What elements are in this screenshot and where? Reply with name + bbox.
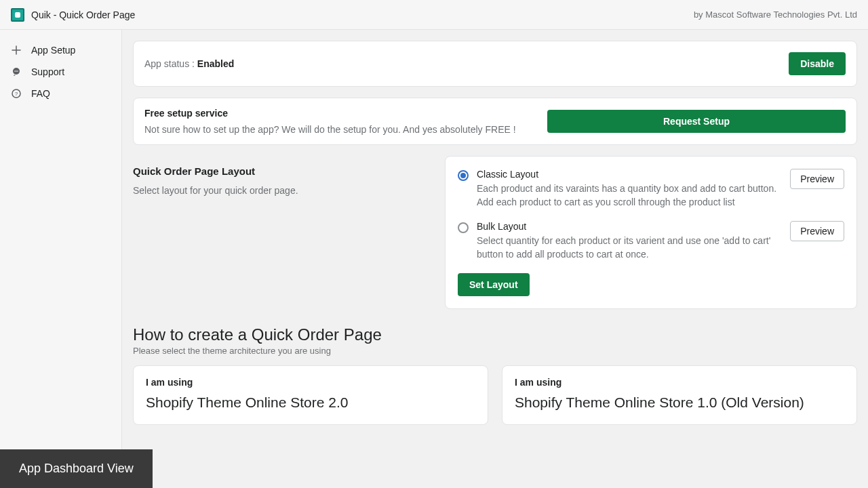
setup-service-title: Free setup service (144, 108, 516, 119)
vendor-label: by Mascot Software Technologies Pvt. Ltd (694, 9, 857, 20)
theme-card-1-0[interactable]: I am using Shopify Theme Online Store 1.… (502, 365, 857, 425)
svg-point-3 (17, 70, 18, 72)
sidebar-item-label: App Setup (31, 45, 75, 56)
disable-button[interactable]: Disable (789, 52, 846, 75)
sidebar-item-label: FAQ (31, 88, 50, 99)
theme-name: Shopify Theme Online Store 2.0 (146, 394, 475, 411)
theme-name: Shopify Theme Online Store 1.0 (Old Vers… (515, 394, 844, 411)
layout-option-desc: Select quantity for each product or its … (477, 235, 782, 261)
status-label: App status : (144, 58, 197, 69)
layout-section-info: Quick Order Page Layout Select layout fo… (133, 156, 431, 309)
preview-classic-button[interactable]: Preview (790, 169, 844, 189)
layout-option-classic[interactable]: Classic Layout Each product and its vara… (458, 169, 844, 209)
topbar: Quik - Quick Order Page by Mascot Softwa… (0, 0, 868, 30)
radio-selected-icon[interactable] (458, 170, 469, 181)
setup-service-card: Free setup service Not sure how to set u… (133, 98, 857, 145)
layout-option-bulk[interactable]: Bulk Layout Select quantity for each pro… (458, 221, 844, 261)
layout-option-content: Bulk Layout Select quantity for each pro… (477, 221, 782, 261)
sidebar-item-label: Support (31, 66, 64, 77)
theme-card-2-0[interactable]: I am using Shopify Theme Online Store 2.… (133, 365, 488, 425)
app-logo (11, 8, 24, 22)
howto-title: How to create a Quick Order Page (133, 325, 857, 344)
layout-option-desc: Each product and its varaints has a quan… (477, 182, 782, 209)
layout-section-title: Quick Order Page Layout (133, 165, 431, 177)
status-text: App status : Enabled (144, 58, 234, 69)
topbar-left: Quik - Quick Order Page (11, 8, 135, 22)
sidebar-item-support[interactable]: Support (0, 61, 121, 83)
request-setup-button[interactable]: Request Setup (547, 110, 846, 133)
setup-service-desc: Not sure how to set up the app? We will … (144, 124, 516, 135)
layout-section-desc: Select layout for your quick order page. (133, 185, 431, 196)
question-icon: ? (11, 88, 22, 99)
sidebar: App Setup Support ? FAQ (0, 30, 122, 488)
howto-section: How to create a Quick Order Page Please … (133, 325, 857, 425)
setup-service-text: Free setup service Not sure how to set u… (144, 108, 516, 135)
theme-using-label: I am using (146, 377, 475, 388)
chat-icon (11, 66, 22, 77)
layout-section: Quick Order Page Layout Select layout fo… (133, 156, 857, 309)
layout-option-content: Classic Layout Each product and its vara… (477, 169, 782, 209)
set-layout-button[interactable]: Set Layout (458, 273, 530, 296)
status-card: App status : Enabled Disable (133, 41, 857, 87)
layout-option-title: Classic Layout (477, 169, 782, 180)
svg-point-2 (16, 70, 17, 72)
theme-using-label: I am using (515, 377, 844, 388)
howto-subtitle: Please select the theme architecture you… (133, 346, 857, 356)
radio-unselected-icon[interactable] (458, 222, 469, 233)
svg-text:?: ? (15, 91, 18, 97)
plus-icon (11, 45, 22, 56)
theme-row: I am using Shopify Theme Online Store 2.… (133, 365, 857, 425)
svg-point-1 (14, 70, 16, 72)
app-title: Quik - Quick Order Page (31, 9, 135, 20)
main-content: App status : Enabled Disable Free setup … (122, 30, 868, 488)
sidebar-item-faq[interactable]: ? FAQ (0, 83, 121, 104)
layout-option-title: Bulk Layout (477, 221, 782, 232)
layout-options-card: Classic Layout Each product and its vara… (445, 156, 857, 309)
preview-bulk-button[interactable]: Preview (790, 221, 844, 241)
app-layout: App Setup Support ? FAQ App status : Ena… (0, 30, 868, 488)
status-value: Enabled (197, 58, 234, 69)
dashboard-view-badge: App Dashboard View (0, 449, 153, 488)
sidebar-item-app-setup[interactable]: App Setup (0, 39, 121, 61)
